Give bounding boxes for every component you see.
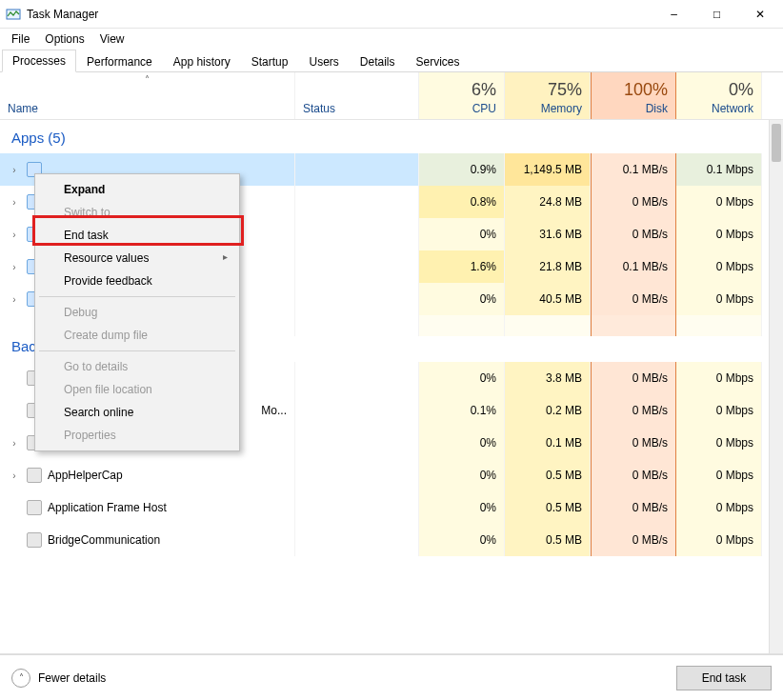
chevron-right-icon[interactable]: › <box>8 230 21 240</box>
column-headers: ˄ Name Status 6% CPU 75% Memory 100% Dis… <box>0 72 783 120</box>
chevron-right-icon: ▸ <box>223 251 228 262</box>
vertical-scrollbar[interactable] <box>769 120 783 653</box>
context-menu: Expand Switch to End task Resource value… <box>34 173 240 451</box>
process-row[interactable]: BridgeCommunication 0% 0.5 MB 0 MB/s 0 M… <box>0 524 783 556</box>
tab-details[interactable]: Details <box>350 50 406 72</box>
chevron-right-icon[interactable]: › <box>8 165 21 175</box>
network-value: 0 Mbps <box>716 533 753 547</box>
ctx-resource-values-label: Resource values <box>64 251 149 265</box>
memory-value: 40.5 MB <box>539 292 582 306</box>
chevron-right-icon[interactable]: › <box>8 262 21 272</box>
ctx-expand[interactable]: Expand <box>37 178 237 201</box>
ctx-open-location: Open file location <box>37 378 237 401</box>
cpu-total: 6% <box>472 80 496 100</box>
disk-value: 0 MB/s <box>632 195 668 209</box>
memory-value: 0.5 MB <box>546 533 582 547</box>
group-apps-label: Apps (5) <box>11 130 66 146</box>
task-manager-icon <box>6 7 21 22</box>
menubar: File Options View <box>0 29 783 50</box>
disk-value: 0.1 MB/s <box>623 163 668 176</box>
separator <box>39 350 235 351</box>
network-value: 0 Mbps <box>716 371 753 385</box>
group-apps[interactable]: Apps (5) <box>0 120 783 153</box>
cpu-value: 0% <box>480 371 496 385</box>
col-header-name[interactable]: ˄ Name <box>0 72 295 119</box>
network-value: 0 Mbps <box>716 436 753 450</box>
disk-value: 0 MB/s <box>632 533 668 547</box>
memory-value: 0.5 MB <box>546 501 582 514</box>
tab-performance[interactable]: Performance <box>76 50 163 72</box>
col-header-disk[interactable]: 100% Disk <box>591 72 676 119</box>
process-row[interactable]: › AppHelperCap 0% 0.5 MB 0 MB/s 0 Mbps <box>0 459 783 491</box>
process-row[interactable]: Application Frame Host 0% 0.5 MB 0 MB/s … <box>0 491 783 524</box>
close-button[interactable]: ✕ <box>738 0 781 29</box>
ctx-provide-feedback[interactable]: Provide feedback <box>37 270 237 292</box>
menu-view[interactable]: View <box>92 30 132 48</box>
col-header-network[interactable]: 0% Network <box>676 72 762 119</box>
tab-processes[interactable]: Processes <box>2 50 76 72</box>
disk-value: 0 MB/s <box>632 436 668 450</box>
process-list: Apps (5) › 0.9% 1,149.5 MB 0.1 MB/s 0.1 … <box>0 120 783 653</box>
network-total: 0% <box>729 80 753 100</box>
cpu-value: 0% <box>480 228 496 241</box>
chevron-right-icon[interactable]: › <box>8 294 21 305</box>
fewer-details-label: Fewer details <box>38 671 106 685</box>
tabstrip: Processes Performance App history Startu… <box>0 50 783 72</box>
end-task-button[interactable]: End task <box>676 666 772 690</box>
col-header-cpu[interactable]: 6% CPU <box>419 72 505 119</box>
cpu-value: 0.9% <box>471 163 496 176</box>
process-name: AppHelperCap <box>48 469 123 482</box>
network-value: 0 Mbps <box>716 195 753 209</box>
disk-label: Disk <box>646 102 668 115</box>
memory-label: Memory <box>541 102 582 115</box>
ctx-resource-values[interactable]: Resource values ▸ <box>37 247 237 270</box>
memory-value: 21.8 MB <box>539 260 582 273</box>
network-value: 0 Mbps <box>716 501 753 514</box>
disk-value: 0.1 MB/s <box>623 260 668 273</box>
ctx-end-task[interactable]: End task <box>37 224 237 247</box>
fewer-details-button[interactable]: ˄ Fewer details <box>11 669 106 688</box>
memory-value: 24.8 MB <box>539 195 582 209</box>
app-icon <box>27 532 42 548</box>
cpu-value: 0% <box>480 469 496 482</box>
memory-value: 3.8 MB <box>546 371 582 385</box>
process-name: BridgeCommunication <box>48 533 160 547</box>
disk-value: 0 MB/s <box>632 501 668 514</box>
chevron-right-icon[interactable]: › <box>8 197 21 208</box>
tab-services[interactable]: Services <box>406 50 471 72</box>
memory-value: 0.1 MB <box>546 436 582 450</box>
app-icon <box>27 500 42 515</box>
network-label: Network <box>712 102 753 115</box>
cpu-value: 0.8% <box>471 195 496 209</box>
chevron-up-icon: ˄ <box>11 669 30 688</box>
menu-file[interactable]: File <box>4 30 37 48</box>
ctx-search-online[interactable]: Search online <box>37 401 237 424</box>
disk-value: 0 MB/s <box>632 228 668 241</box>
cpu-value: 0.1% <box>471 404 496 417</box>
tab-startup[interactable]: Startup <box>241 50 299 72</box>
process-suffix: Mo... <box>261 404 287 417</box>
minimize-button[interactable]: – <box>652 0 695 29</box>
memory-value: 31.6 MB <box>539 228 582 241</box>
memory-total: 75% <box>548 80 582 100</box>
col-header-status-label: Status <box>303 102 411 115</box>
chevron-right-icon[interactable]: › <box>8 438 21 449</box>
chevron-right-icon[interactable]: › <box>8 470 21 481</box>
col-header-status[interactable]: Status <box>295 72 419 119</box>
cpu-value: 0% <box>480 436 496 450</box>
network-value: 0 Mbps <box>716 404 753 417</box>
memory-value: 0.5 MB <box>546 469 582 482</box>
disk-value: 0 MB/s <box>632 469 668 482</box>
tab-users[interactable]: Users <box>298 50 349 72</box>
network-value: 0 Mbps <box>716 228 753 241</box>
footer: ˄ Fewer details End task <box>0 654 783 700</box>
cpu-value: 0% <box>480 533 496 547</box>
tab-app-history[interactable]: App history <box>163 50 241 72</box>
scrollbar-thumb[interactable] <box>772 124 781 162</box>
menu-options[interactable]: Options <box>37 30 91 48</box>
disk-value: 0 MB/s <box>632 371 668 385</box>
separator <box>39 296 235 297</box>
maximize-button[interactable]: □ <box>695 0 738 29</box>
col-header-memory[interactable]: 75% Memory <box>505 72 591 119</box>
sort-caret-icon: ˄ <box>145 74 150 85</box>
